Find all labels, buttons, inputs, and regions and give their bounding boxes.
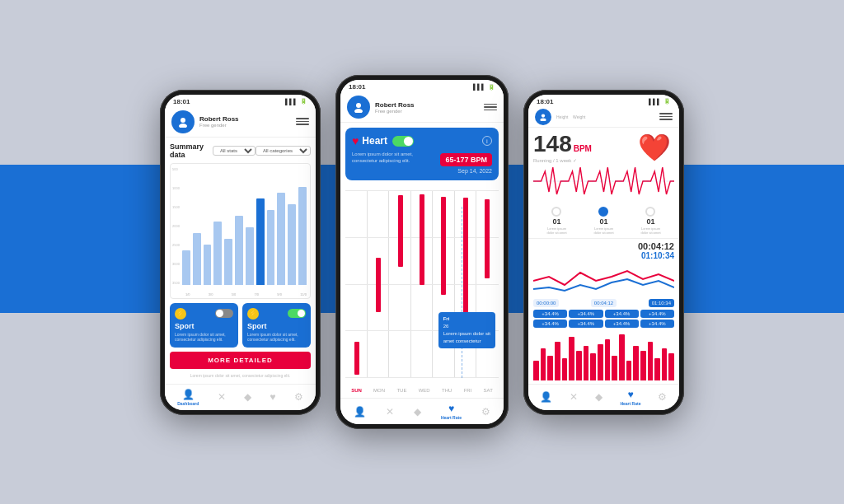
time-2: 18:01 bbox=[349, 83, 365, 91]
stat-desc-2: Lorem ipsumdolor sit amet bbox=[593, 226, 613, 235]
status-bar-2: 18:01 ▌▌▌ 🔋 bbox=[340, 80, 504, 92]
pct-badge-2: +34.4% bbox=[569, 310, 603, 318]
sport-desc-1: Lorem ipsum dolor sit amet, consectetur … bbox=[175, 332, 233, 343]
phone-3-screen: 18:01 ▌▌▌ 🔋 Height Weight bbox=[528, 95, 679, 410]
sport-card-1: ⚡ Sport Lorem ipsum dolor sit amet, cons… bbox=[170, 303, 238, 348]
status-bar-1: 18:01 ▌▌▌ 🔋 bbox=[165, 95, 316, 107]
stat-value-3: 01 bbox=[646, 217, 654, 226]
bar bbox=[288, 204, 296, 284]
time-marker-0[interactable]: 00:00:00 bbox=[533, 299, 559, 307]
nav-heart-rate-3[interactable]: ♥ Heart Rate bbox=[620, 389, 640, 406]
candle-group bbox=[391, 194, 410, 375]
time-marker-2[interactable]: 01:10:34 bbox=[649, 299, 674, 307]
nav-gear-1[interactable]: ⚙ bbox=[294, 391, 303, 403]
profile-info-1: Robert Ross Free gender bbox=[199, 115, 296, 128]
sport-card-2-header: ⚡ bbox=[247, 308, 306, 320]
bar-chart: 3500 3000 2500 2000 1500 1000 500 bbox=[170, 163, 311, 299]
info-icon[interactable]: i bbox=[482, 136, 492, 146]
day-tue: TUE bbox=[396, 388, 406, 393]
time-marker-1[interactable]: 00:04:12 bbox=[591, 299, 617, 307]
day-thu: THU bbox=[442, 388, 452, 393]
b-bar bbox=[662, 348, 668, 380]
pct-badge-4: +34.4% bbox=[640, 310, 674, 318]
nav-diamond-2[interactable]: ◆ bbox=[414, 406, 421, 418]
nav-gear-3[interactable]: ⚙ bbox=[658, 391, 667, 403]
sport-desc-2: Lorem ipsum dolor sit amet, consectetur … bbox=[247, 332, 306, 343]
bar bbox=[204, 245, 212, 285]
phone-1-screen: 18:01 ▌▌▌ 🔋 Robert Ross Free gender bbox=[165, 95, 316, 410]
b-bar bbox=[633, 346, 639, 380]
b-bar bbox=[576, 351, 582, 380]
b-bar bbox=[584, 346, 589, 380]
heart-monitor: 148 BPM Running / 1 week ✓ ❤️ bbox=[528, 128, 679, 203]
x-icon-3: ✕ bbox=[570, 391, 578, 403]
svg-point-1 bbox=[179, 124, 187, 128]
svg-point-0 bbox=[181, 118, 185, 123]
candle-body bbox=[376, 258, 381, 312]
stat-item-2: 01 Lorem ipsumdolor sit amet bbox=[593, 207, 613, 235]
b-bar bbox=[612, 356, 617, 380]
timer-1: 00:04:12 bbox=[533, 241, 674, 251]
sport-card-1-header: ⚡ bbox=[175, 308, 233, 320]
filter-select-1[interactable]: All stats bbox=[213, 146, 256, 156]
heart-date: Sep 14, 2022 bbox=[440, 168, 492, 174]
bottom-bars bbox=[528, 330, 679, 384]
candle-body bbox=[463, 198, 468, 313]
b-bar bbox=[590, 353, 596, 380]
sport-icon-1: ⚡ bbox=[175, 308, 186, 320]
day-labels: SUN MON TUE WED THU FRI SAT bbox=[345, 388, 499, 393]
toggle-2[interactable] bbox=[288, 309, 306, 318]
ecg-wave bbox=[533, 163, 674, 200]
nav-user-2[interactable]: 👤 bbox=[354, 406, 366, 418]
phone-2-screen: 18:01 ▌▌▌ 🔋 Robert Ross Free gender bbox=[340, 80, 504, 424]
candle-body bbox=[441, 197, 446, 295]
nav-heart-rate-2[interactable]: ♥ Heart Rate bbox=[441, 403, 462, 420]
screen2-content: ♥ Heart i Lorem ipsum dolor sit amet, co… bbox=[340, 123, 504, 424]
b-bar bbox=[569, 337, 574, 380]
candle-group-sun bbox=[347, 194, 367, 375]
more-detailed-button[interactable]: MORE DETAILED bbox=[170, 352, 311, 369]
nav-dashboard[interactable]: 👤 Dashboard bbox=[177, 389, 199, 406]
avatar-1 bbox=[171, 110, 195, 133]
nav-gear-2[interactable]: ⚙ bbox=[481, 406, 490, 418]
heart-card: ♥ Heart i Lorem ipsum dolor sit amet, co… bbox=[345, 128, 499, 180]
stat-item-1: 01 Lorem ipsumdolor sit amet bbox=[546, 207, 566, 235]
user-icon-2: 👤 bbox=[354, 406, 366, 418]
candle-group bbox=[412, 194, 432, 375]
menu-icon-2[interactable] bbox=[484, 104, 497, 111]
nav-x-1[interactable]: ✕ bbox=[218, 391, 226, 403]
stat-value-2: 01 bbox=[599, 217, 607, 226]
filter-select-2[interactable]: All categories bbox=[256, 146, 311, 156]
summary-row: Summary data All stats All categories bbox=[170, 142, 311, 159]
bottom-nav-2: 👤 ✕ ◆ ♥ Heart Rate ⚙ bbox=[340, 398, 504, 424]
stat-value-1: 01 bbox=[552, 217, 560, 226]
profile-name-1: Robert Ross bbox=[199, 115, 296, 123]
profile-header-2: Robert Ross Free gender bbox=[340, 92, 504, 123]
battery-icon: 🔋 bbox=[300, 98, 307, 105]
nav-heart-rate-label-3: Heart Rate bbox=[620, 401, 640, 406]
time-1: 18:01 bbox=[173, 98, 190, 105]
nav-diamond-3[interactable]: ◆ bbox=[595, 391, 603, 403]
nav-heart-1[interactable]: ♥ bbox=[270, 391, 275, 403]
menu-icon-3[interactable] bbox=[659, 113, 673, 120]
stat-circle-3 bbox=[645, 207, 655, 217]
profile-info-2: Robert Ross Free gender bbox=[375, 101, 484, 114]
heart-toggle[interactable] bbox=[392, 136, 414, 147]
nav-user-3[interactable]: 👤 bbox=[540, 391, 552, 403]
bar bbox=[246, 227, 254, 285]
pct-grid: +34.4% +34.4% +34.4% +34.4% +34.4% +34.4… bbox=[528, 307, 679, 330]
menu-icon-1[interactable] bbox=[296, 118, 309, 125]
pct-badge-5: +34.4% bbox=[533, 320, 567, 328]
nav-x-3[interactable]: ✕ bbox=[570, 391, 578, 403]
gear-icon-3: ⚙ bbox=[658, 391, 667, 403]
bottom-nav-1: 👤 Dashboard ✕ ◆ ♥ ⚙ bbox=[165, 384, 316, 410]
heart-card-header: ♥ Heart i bbox=[352, 134, 492, 147]
toggle-1[interactable] bbox=[215, 309, 233, 318]
b-bar bbox=[668, 353, 674, 380]
nav-x-2[interactable]: ✕ bbox=[386, 406, 394, 418]
signal-icon-2: ▌▌▌ bbox=[473, 84, 485, 90]
nav-diamond-1[interactable]: ◆ bbox=[244, 391, 251, 403]
sport-title-1: Sport bbox=[175, 322, 233, 330]
stat-circle-1 bbox=[551, 207, 561, 217]
profile-name-2: Robert Ross bbox=[375, 101, 484, 109]
